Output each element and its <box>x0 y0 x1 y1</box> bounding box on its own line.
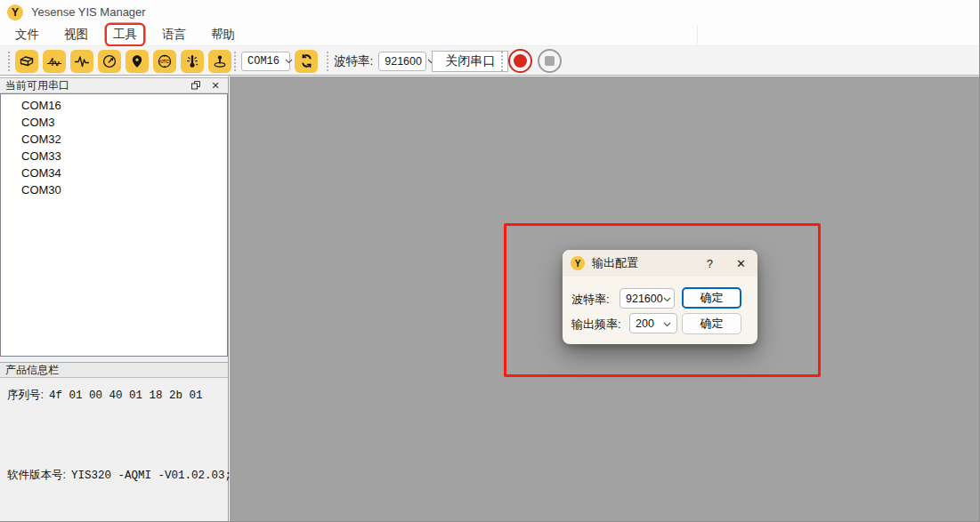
title-bar: Y Yesense YIS Manager <box>0 0 979 24</box>
output-config-dialog: Y 输出配置 ? ✕ 波特率: 921600 确定 输出频率: 200 确定 <box>563 250 757 344</box>
waveform-button[interactable] <box>70 50 93 73</box>
dialog-title-bar: Y 输出配置 ? ✕ <box>563 250 757 277</box>
dialog-baud-label: 波特率: <box>571 292 610 308</box>
left-dock-panel: 当前可用串口 ✕ COM16 COM3 COM32 COM33 COM34 CO… <box>0 76 229 522</box>
dialog-rate-value: 200 <box>636 317 654 330</box>
menu-help[interactable]: 帮助 <box>205 25 241 44</box>
baud-rate-select[interactable]: 921600 <box>378 52 426 71</box>
thermometer-icon <box>184 53 200 69</box>
baud-rate-label: 波特率: <box>334 53 373 69</box>
temperature-button[interactable] <box>181 50 204 73</box>
product-info-title: 产品信息栏 <box>5 363 59 378</box>
menu-tools[interactable]: 工具 <box>107 25 143 44</box>
dock-float-button[interactable] <box>189 79 203 92</box>
window-title: Yesense YIS Manager <box>31 5 146 19</box>
baud-rate-value: 921600 <box>385 55 422 68</box>
menu-bar: 文件 视图 工具 语言 帮助 <box>0 24 979 46</box>
port-list: COM16 COM3 COM32 COM33 COM34 COM30 <box>0 93 228 357</box>
dialog-help-button[interactable]: ? <box>707 257 713 270</box>
dialog-close-button[interactable]: ✕ <box>736 257 746 270</box>
serial-number-row: 序列号:4f 01 00 40 01 18 2b 01 <box>7 388 203 403</box>
dialog-title: 输出配置 <box>592 255 707 271</box>
stop-button[interactable] <box>538 49 562 73</box>
gauge-icon <box>101 53 117 69</box>
menu-language[interactable]: 语言 <box>156 25 192 44</box>
dialog-baud-value: 921600 <box>626 293 663 305</box>
menubar-divider <box>697 26 698 44</box>
dialog-rate-select[interactable]: 200 <box>629 313 677 333</box>
chevron-down-icon <box>663 317 671 330</box>
port-list-item[interactable]: COM34 <box>1 165 227 181</box>
refresh-icon <box>299 53 314 68</box>
available-ports-title: 当前可用串口 <box>5 78 183 93</box>
toolbar-grip[interactable] <box>7 51 11 72</box>
angle-wave-icon <box>46 53 62 69</box>
cube-icon <box>19 53 35 69</box>
record-button[interactable] <box>508 49 532 73</box>
chevron-down-icon <box>285 59 293 64</box>
app-window: Y Yesense YIS Manager 文件 视图 工具 语言 帮助 <box>0 0 980 522</box>
port-list-item[interactable]: COM33 <box>1 148 227 165</box>
port-select[interactable]: COM16 <box>241 52 290 71</box>
utc-clock-button[interactable]: UTC <box>153 50 176 73</box>
toolbar-section-record <box>500 46 567 76</box>
firmware-version-value: YIS320 -AQMI -V01.02.03; <box>71 470 231 482</box>
dialog-rate-ok-button[interactable]: 确定 <box>682 313 741 334</box>
chevron-down-icon <box>663 293 671 305</box>
utc-clock-icon: UTC <box>157 53 173 69</box>
serial-number-value: 4f 01 00 40 01 18 2b 01 <box>49 389 203 402</box>
3d-model-button[interactable] <box>15 50 38 73</box>
menu-file[interactable]: 文件 <box>9 25 45 44</box>
port-list-item[interactable]: COM32 <box>1 131 227 148</box>
firmware-version-row: 软件版本号:YIS320 -AQMI -V01.02.03; <box>7 468 231 483</box>
toolbar-section-views: UTC <box>7 46 236 76</box>
stop-icon <box>545 56 555 66</box>
dialog-rate-label: 输出频率: <box>571 317 621 333</box>
toolbar-section-baud: 波特率: 921600 关闭串口 <box>326 46 508 76</box>
menu-view[interactable]: 视图 <box>58 25 94 44</box>
toolbar: UTC <box>0 46 979 76</box>
toolbar-grip[interactable] <box>326 51 329 72</box>
port-select-value: COM16 <box>247 55 279 68</box>
dialog-logo-icon: Y <box>571 256 585 270</box>
toolbar-grip[interactable] <box>233 51 237 72</box>
refresh-ports-button[interactable] <box>295 50 318 73</box>
dialog-baud-select[interactable]: 921600 <box>620 288 675 309</box>
attitude-curve-button[interactable] <box>43 50 66 73</box>
toolbar-grip[interactable] <box>500 51 504 72</box>
firmware-version-label: 软件版本号: <box>7 469 66 481</box>
gauge-button[interactable] <box>98 50 121 73</box>
toolbar-section-port: COM16 <box>233 46 322 76</box>
serial-number-label: 序列号: <box>7 389 44 401</box>
product-info-header: 产品信息栏 <box>0 362 228 378</box>
app-logo-icon: Y <box>7 4 23 20</box>
port-list-item[interactable]: COM30 <box>1 181 227 198</box>
joystick-icon <box>212 53 228 69</box>
dock-close-button[interactable]: ✕ <box>208 79 223 92</box>
dialog-baud-ok-button[interactable]: 确定 <box>682 287 741 309</box>
waveform-icon <box>74 53 90 69</box>
available-ports-header: 当前可用串口 ✕ <box>0 77 228 93</box>
close-serial-port-button[interactable]: 关闭串口 <box>432 51 508 72</box>
port-list-item[interactable]: COM16 <box>1 97 227 114</box>
location-pin-icon <box>129 53 145 69</box>
port-list-item[interactable]: COM3 <box>1 114 227 131</box>
svg-text:UTC: UTC <box>160 59 169 63</box>
record-icon <box>514 54 527 68</box>
joystick-button[interactable] <box>208 50 231 73</box>
location-button[interactable] <box>126 50 149 73</box>
